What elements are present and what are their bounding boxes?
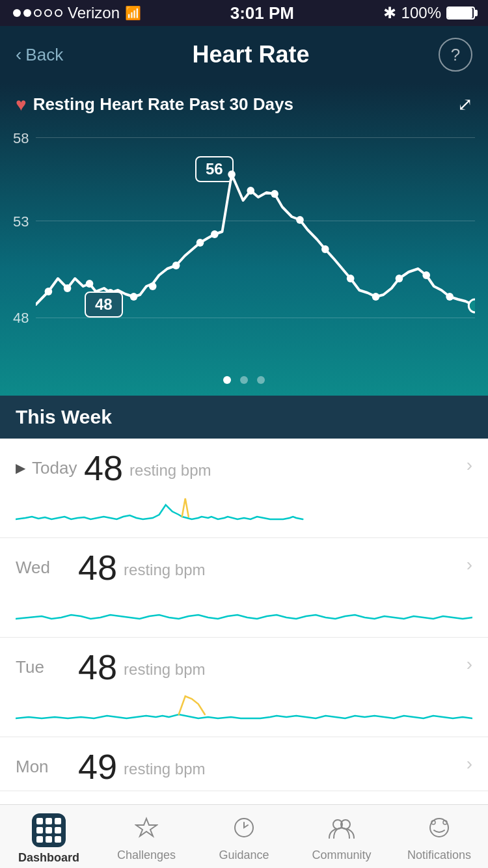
chevron-right-today: › <box>467 455 472 476</box>
day-label-tue: Tue <box>16 657 68 677</box>
bpm-tue: 48 <box>78 649 117 685</box>
day-item-mon: Mon 49 resting bpm › <box>0 737 488 791</box>
svg-point-11 <box>271 190 278 198</box>
nav-header: ‹ Back Heart Rate ? <box>0 26 488 83</box>
guidance-icon <box>232 816 256 845</box>
battery-label: 100% <box>401 4 441 22</box>
community-icon <box>328 816 355 845</box>
wifi-icon: 📶 <box>125 5 141 21</box>
svg-point-4 <box>130 293 138 301</box>
tab-label-notifications: Notifications <box>407 848 471 862</box>
chart-line-svg <box>36 122 475 357</box>
tab-label-challenges: Challenges <box>117 848 176 862</box>
chevron-right-mon: › <box>467 753 472 774</box>
svg-point-13 <box>321 245 329 253</box>
battery-fill <box>448 8 472 18</box>
page-dot-3 <box>257 376 265 384</box>
svg-point-17 <box>422 271 430 279</box>
heart-icon: ♥ <box>16 94 27 115</box>
day-item-wed: Wed 48 resting bpm › <box>0 538 488 638</box>
chart-title: Resting Heart Rate Past 30 Days <box>33 94 293 115</box>
day-row-tue[interactable]: Tue 48 resting bpm › <box>0 638 488 691</box>
challenges-icon <box>135 816 158 845</box>
status-bar: Verizon 📶 3:01 PM ✱ 100% <box>0 0 488 26</box>
sparkline-tue <box>0 691 488 737</box>
heart-rate-chart: ♥ Resting Heart Rate Past 30 Days ⤢ 58 5… <box>0 83 488 396</box>
bpm-mon: 49 <box>78 749 117 784</box>
svg-point-5 <box>149 282 157 290</box>
page-indicator <box>223 376 265 384</box>
svg-point-19 <box>468 299 475 312</box>
carrier-label: Verizon <box>68 4 120 22</box>
bpm-wed: 48 <box>78 550 117 585</box>
svg-point-12 <box>296 216 304 224</box>
sparkline-today <box>0 492 488 537</box>
y-axis-label-53: 53 <box>13 213 29 230</box>
day-row-today[interactable]: ▶ Today 48 resting bpm › <box>0 439 488 492</box>
day-row-wed[interactable]: Wed 48 resting bpm › <box>0 538 488 591</box>
status-left: Verizon 📶 <box>13 4 141 22</box>
svg-point-14 <box>347 275 355 282</box>
tab-challenges[interactable]: Challenges <box>98 805 195 868</box>
tab-notifications[interactable]: Notifications <box>390 805 488 868</box>
bpm-unit-tue: resting bpm <box>124 660 205 679</box>
chart-title-row: ♥ Resting Heart Rate Past 30 Days <box>16 94 293 115</box>
back-chevron-icon: ‹ <box>16 44 21 65</box>
back-button[interactable]: ‹ Back <box>16 44 63 65</box>
page-dot-2 <box>240 376 248 384</box>
bpm-today: 48 <box>84 450 123 485</box>
tab-label-guidance: Guidance <box>219 848 269 862</box>
tab-dashboard[interactable]: Dashboard <box>0 805 98 868</box>
svg-point-0 <box>45 288 53 295</box>
chart-header: ♥ Resting Heart Rate Past 30 Days ⤢ <box>0 83 488 120</box>
bluetooth-icon: ✱ <box>383 4 396 22</box>
day-label-today: Today <box>32 458 84 478</box>
tab-community[interactable]: Community <box>293 805 390 868</box>
notifications-icon <box>427 816 451 845</box>
play-icon-today: ▶ <box>16 460 25 476</box>
page-title: Heart Rate <box>193 41 310 68</box>
tooltip-low: 48 <box>85 292 123 318</box>
help-button[interactable]: ? <box>439 38 472 72</box>
battery-bar <box>446 7 475 20</box>
y-axis-label-48: 48 <box>13 310 29 327</box>
day-item-tue: Tue 48 resting bpm › <box>0 638 488 737</box>
tab-label-dashboard: Dashboard <box>18 851 79 865</box>
dashboard-grid-icon <box>36 818 61 843</box>
tooltip-high: 56 <box>195 156 234 182</box>
svg-point-7 <box>197 239 204 247</box>
svg-point-2 <box>86 280 94 288</box>
svg-point-10 <box>247 187 254 195</box>
tab-label-community: Community <box>312 848 371 862</box>
svg-point-6 <box>172 262 180 269</box>
chevron-right-wed: › <box>467 554 472 575</box>
day-label-mon: Mon <box>16 757 68 777</box>
sparkline-wed <box>0 591 488 637</box>
expand-icon[interactable]: ⤢ <box>457 94 472 115</box>
back-label: Back <box>25 45 63 65</box>
day-label-wed: Wed <box>16 558 68 578</box>
page-dot-1 <box>223 376 231 384</box>
dashboard-icon-bg <box>32 813 66 847</box>
chevron-right-tue: › <box>467 654 472 675</box>
signal-dots <box>13 9 62 17</box>
time-display: 3:01 PM <box>230 3 294 23</box>
help-icon: ? <box>451 45 460 65</box>
svg-point-8 <box>211 230 219 238</box>
tab-bar: Dashboard Challenges Guidance <box>0 804 488 868</box>
svg-point-15 <box>372 293 380 301</box>
svg-point-16 <box>396 275 403 282</box>
y-axis-label-58: 58 <box>13 130 29 147</box>
tab-guidance[interactable]: Guidance <box>195 805 293 868</box>
day-item-today: ▶ Today 48 resting bpm › <box>0 439 488 538</box>
bpm-unit-mon: resting bpm <box>124 760 205 778</box>
this-week-header: This Week <box>0 396 488 439</box>
bpm-unit-today: resting bpm <box>129 461 211 480</box>
svg-point-23 <box>430 819 448 837</box>
svg-point-18 <box>446 293 454 301</box>
bpm-unit-wed: resting bpm <box>124 561 205 579</box>
day-row-mon[interactable]: Mon 49 resting bpm › <box>0 737 488 791</box>
status-right: ✱ 100% <box>383 4 475 22</box>
svg-point-1 <box>64 284 72 292</box>
